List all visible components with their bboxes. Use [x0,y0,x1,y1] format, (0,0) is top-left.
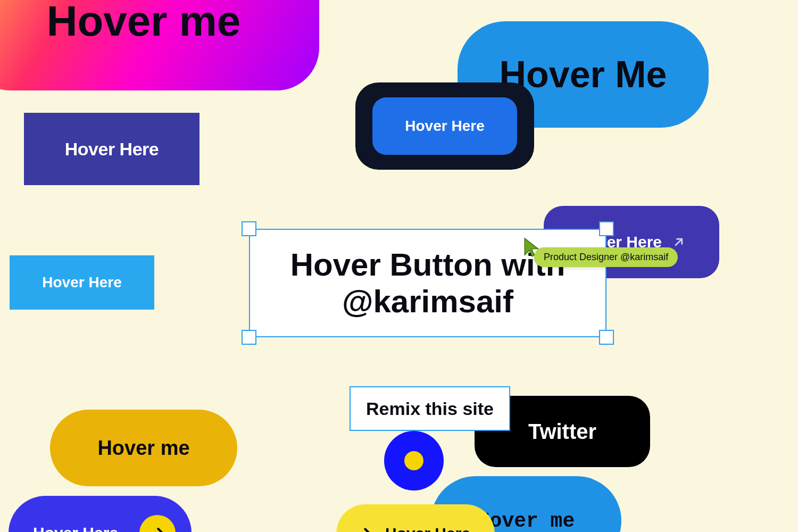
twitter-label: Twitter [528,420,596,444]
nested-blue-button-inner[interactable]: Hover Here [372,97,517,155]
circle-arrow-icon [139,515,176,532]
selection-handle-br[interactable] [599,330,614,345]
indigo-rect-label: Hover Here [65,139,159,160]
selection-handle-tr[interactable] [599,221,614,236]
indigo-pill-label: Hover Here [33,524,118,532]
remix-link-box[interactable]: Remix this site [350,386,510,431]
yellow-pill-label: Hover me [97,437,189,460]
arrow-right-icon [355,525,373,532]
gradient-hover-label: Hover me [47,0,241,46]
canvas: Hover me Hover Me Hover Here Hover Here … [0,0,798,532]
selection-handle-bl[interactable] [242,330,256,345]
collaborator-label-text: Product Designer @karimsaif [544,252,668,262]
gradient-hover-button[interactable]: Hover me [0,0,319,90]
nested-button-label: Hover Here [405,118,484,135]
lightblue-button[interactable]: Hover Here [10,255,154,310]
collaborator-label: Product Designer @karimsaif [534,247,678,267]
record-dot-button[interactable] [384,431,444,491]
nested-dark-button-outer[interactable]: Hover Here [355,82,534,170]
remix-link-label: Remix this site [366,398,494,419]
title-selected-frame[interactable]: Hover Button with @karimsaif [249,229,606,337]
record-dot-inner [404,451,423,470]
lightblue-label: Hover Here [42,274,121,291]
yellow-pill-button[interactable]: Hover me [50,410,237,486]
arrow-up-right-icon [671,235,686,250]
indigo-rect-button[interactable]: Hover Here [24,113,200,185]
yellow-arrow-button[interactable]: Hover Here [336,504,495,532]
yellow-arrow-label: Hover Here [385,525,470,532]
indigo-pill-arrow-button[interactable]: Hover Here [9,496,192,532]
selection-handle-tl[interactable] [242,221,256,236]
